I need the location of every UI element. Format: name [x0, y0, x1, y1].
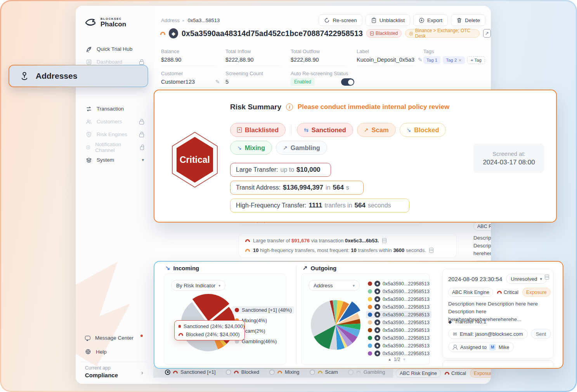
incoming-filter-dropdown[interactable]: By Risk Indicator ▾ [171, 280, 225, 291]
eth-icon: ◆ [374, 281, 380, 287]
sidebar-item-notification-channel[interactable]: Notification Channel [76, 141, 153, 154]
export-button[interactable]: Export [413, 14, 448, 26]
assignee-name: Mike [499, 344, 509, 350]
note-icon[interactable] [429, 248, 433, 253]
outgoing-header: ↗ Outgoing [303, 264, 336, 271]
risk-filter-item[interactable]: Sanctioned [+1] [165, 369, 216, 375]
risk-filter-item[interactable]: Blocked [226, 369, 259, 375]
event-timestamp: 2024-08-09 23:30:54 [448, 276, 502, 282]
export-icon [419, 17, 425, 23]
sidebar-item-addresses[interactable]: Addresses [9, 66, 147, 86]
radio-selected-icon[interactable] [165, 370, 170, 375]
customer-value: Customer123 [161, 79, 215, 88]
outgoing-legend-item[interactable]: ◆0x5a3590...22958513 [366, 288, 431, 295]
sidebar-item-transaction[interactable]: Transaction [76, 102, 153, 115]
status-dropdown[interactable]: Unresolved ▾ [506, 274, 547, 284]
blacklisted-badge: ✕ Blacklisted [366, 29, 402, 38]
outgoing-legend-item[interactable]: ◆0x5a3590...22958513 [366, 342, 431, 349]
risk-tags-row2: ↘Mixing ↗Gambling [230, 141, 327, 155]
arrow-up-right-icon: ↗ [303, 264, 308, 271]
assigned-pill[interactable]: Assigned to M Mike [448, 342, 514, 352]
dashboard-icon [86, 59, 92, 65]
radio-icon[interactable] [226, 370, 231, 375]
radio-icon[interactable] [348, 370, 353, 375]
sidebar-item-label: Message Center [95, 335, 133, 341]
page-frame: BLOCKSEC Phalcon Quick Trial Hub Dashboa… [0, 0, 577, 392]
incoming-filter-value: By Risk Indicator [176, 283, 215, 288]
transfer-row: ◆ Transfer No.1 [448, 319, 486, 325]
note-icon[interactable] [382, 238, 386, 243]
sidebar-item-risk-engines[interactable]: Risk Engines [76, 128, 153, 141]
risk-tag-blocked[interactable]: ↘Blocked [400, 123, 446, 137]
sidebar-item-system[interactable]: System ▾ [76, 154, 153, 166]
outgoing-address-label: 0x5a3590...22958513 [383, 335, 430, 341]
outgoing-pie-chart[interactable] [301, 287, 371, 364]
rescreen-button[interactable]: Re-screen [319, 14, 362, 26]
screening-count-value: 5 [225, 79, 229, 85]
description-line: Description here Description here here [448, 300, 548, 308]
sent-pill: Sent [531, 329, 551, 339]
current-app-switcher[interactable]: Current app Compliance › [76, 364, 153, 384]
unblacklist-button[interactable]: Unblacklist [366, 14, 410, 26]
note-icon[interactable] [545, 275, 549, 280]
sidebar-item-quick-trial-hub[interactable]: Quick Trial Hub [76, 43, 153, 55]
tag-chip[interactable]: Tag 1 [423, 56, 440, 64]
risk-tags-row1: ✕Blacklisted ⇆Sanctioned ↗Scam ↘Blocked [230, 123, 446, 137]
breadcrumb-root[interactable]: Address [161, 17, 180, 23]
email-pill[interactable]: ✉ Email: jason@blocksec.com [448, 329, 528, 339]
alert-row-large-transfer: Large transfer of $91,676 via transactio… [245, 238, 386, 243]
outgoing-filter-dropdown[interactable]: Address ▾ [308, 280, 360, 291]
outgoing-legend-item[interactable]: ◆0x5a3590...22958513 [366, 280, 431, 287]
eth-icon: ◆ [374, 304, 380, 310]
outgoing-legend-item[interactable]: ◆0x5a3590...22958513 [366, 350, 431, 357]
page-up-icon[interactable]: ▲ [388, 357, 392, 361]
radio-icon[interactable] [269, 370, 275, 375]
outgoing-legend-item[interactable]: ◆0x5a3590...22958513 [366, 326, 431, 334]
edit-label-icon[interactable]: ✎ [418, 57, 423, 63]
legend-pagination: ▲ 1/2 ▼ [366, 357, 428, 362]
auto-rescreening-toggle[interactable] [341, 78, 354, 86]
risk-filter-label: Sanctioned [+1] [180, 369, 216, 375]
outgoing-legend-item[interactable]: ◆0x5a3590...22958513 [366, 311, 431, 318]
brand-logo[interactable]: BLOCKSEC Phalcon [84, 17, 126, 28]
entity-icon: ◎ [409, 31, 413, 36]
page-down-icon[interactable]: ▼ [402, 357, 406, 361]
eth-diamond-icon: ◆ [448, 319, 452, 325]
outgoing-legend-item[interactable]: ◆0x5a3590...22958513 [366, 334, 431, 342]
tag-chip[interactable]: Tag 2✕ [443, 56, 465, 64]
outgoing-address-label: 0x5a3590...22958513 [383, 297, 430, 302]
radio-icon[interactable] [310, 370, 315, 375]
close-icon[interactable]: ✕ [458, 58, 461, 62]
risk-summary-header: Risk Summary i Please conduct immediate … [230, 103, 449, 111]
risk-tag-sanctioned[interactable]: ⇆Sanctioned [297, 123, 353, 137]
risk-tag-scam[interactable]: ↗Scam [357, 123, 396, 137]
risk-filter-item[interactable]: Gambling [348, 369, 385, 375]
outgoing-legend-item[interactable]: ◆0x5a3590...22958513 [366, 319, 431, 326]
outgoing-legend-item[interactable]: ◆0x5a3590...22958513 [366, 303, 431, 311]
alerts-card: Large transfer of $91,676 via transactio… [239, 233, 457, 258]
breadcrumb: Address ▸ 0x5a3...58513 [161, 17, 220, 23]
page-indicator: 1/2 [394, 357, 400, 362]
exposure-pill: Exposure [470, 369, 491, 378]
sidebar-item-message-center[interactable]: Message Center [76, 331, 153, 345]
delete-button[interactable]: Delete [451, 14, 485, 26]
risk-filter-item[interactable]: Scam [310, 369, 338, 375]
incoming-legend-item[interactable]: Sanctioned [+1] (48%) [232, 306, 294, 314]
gauge-icon [178, 333, 183, 336]
external-link-icon[interactable]: ↗ [483, 29, 491, 38]
avatar: M [489, 344, 496, 351]
risk-filter-item[interactable]: Mixing [269, 369, 300, 375]
outgoing-filter-value: Address [314, 283, 333, 288]
add-tag-button[interactable]: + Tag [467, 56, 485, 64]
risk-tag-blacklisted[interactable]: ✕Blacklisted [230, 123, 286, 137]
risk-tag-gambling[interactable]: ↗Gambling [276, 141, 327, 155]
legend-dot [368, 313, 372, 317]
chevron-down-icon: ▾ [218, 283, 220, 288]
risk-tag-mixing[interactable]: ↘Mixing [230, 141, 272, 155]
arrow-down-right-icon: ↘ [165, 264, 170, 271]
outgoing-legend-item[interactable]: ◆0x5a3590...22958513 [366, 295, 431, 303]
sidebar-nav: Quick Trial Hub Dashboard Transaction Cu… [76, 43, 153, 166]
edit-customer-icon[interactable]: ✎ [215, 79, 220, 85]
sidebar-item-customers[interactable]: Customers [76, 115, 153, 128]
sidebar-item-help[interactable]: Help [76, 345, 153, 359]
